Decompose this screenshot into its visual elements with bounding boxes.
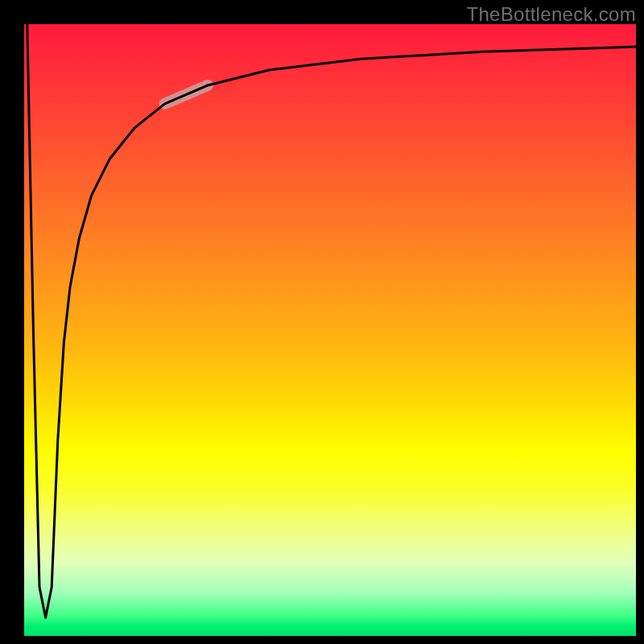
chart-frame: TheBottleneck.com xyxy=(0,0,644,644)
plot-area xyxy=(24,24,636,636)
curve-line xyxy=(27,24,636,617)
watermark-text: TheBottleneck.com xyxy=(466,3,636,26)
curve-svg xyxy=(24,24,636,636)
